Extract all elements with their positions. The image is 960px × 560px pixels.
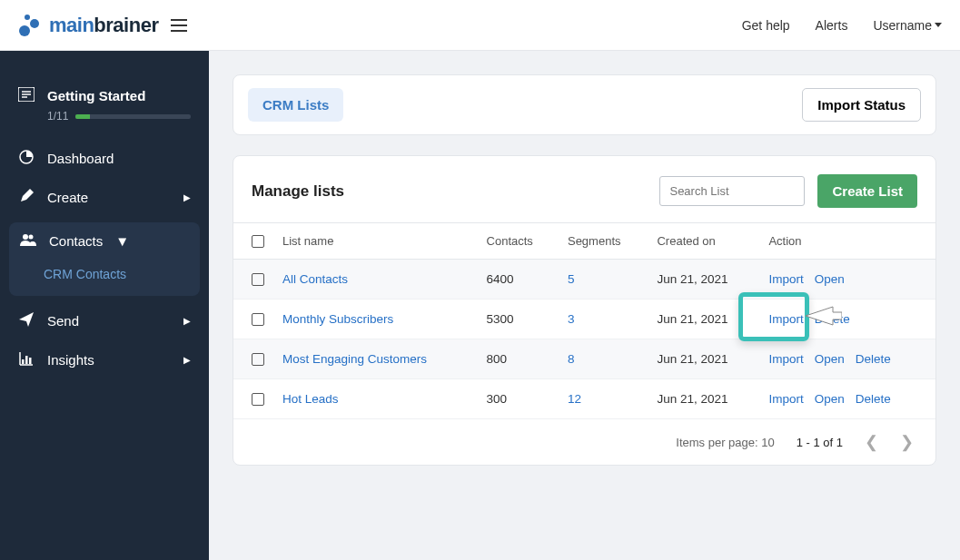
chevron-right-icon: ▶ (183, 316, 191, 326)
contacts-label: Contacts (49, 233, 103, 249)
import-status-button[interactable]: Import Status (802, 88, 921, 122)
svg-rect-13 (25, 356, 28, 364)
contacts-cell: 300 (478, 379, 559, 419)
dashboard-label: Dashboard (47, 151, 114, 166)
list-name-link[interactable]: Monthly Subscribers (282, 312, 393, 326)
send-label: Send (47, 313, 79, 329)
send-icon (18, 312, 35, 329)
next-page-button[interactable]: ❯ (900, 432, 914, 452)
created-cell: Jun 21, 2021 (648, 300, 759, 339)
dashboard-icon (18, 150, 35, 167)
users-icon (20, 233, 36, 249)
list-icon (18, 87, 35, 104)
insights-label: Insights (47, 352, 94, 368)
segments-link[interactable]: 5 (568, 272, 575, 286)
chevron-down-icon: ▼ (115, 233, 129, 249)
topbar-right: Get help Alerts Username (742, 18, 942, 33)
logo[interactable]: mainbrainer (18, 13, 158, 38)
col-created-on: Created on (648, 223, 759, 260)
segments-link[interactable]: 12 (568, 392, 581, 406)
created-cell: Jun 21, 2021 (648, 339, 759, 379)
sidebar-item-create[interactable]: Create ▶ (0, 178, 209, 217)
table-row: Most Engaging Customers8008Jun 21, 2021I… (233, 339, 935, 379)
sidebar-item-send[interactable]: Send ▶ (0, 301, 209, 340)
col-contacts: Contacts (478, 223, 559, 260)
open-action[interactable]: Open (815, 352, 845, 366)
sidebar: Getting Started 1/11 Dashboard Create ▶ (0, 51, 209, 560)
progress-count: 1/11 (47, 110, 68, 123)
import-action[interactable]: Import (768, 352, 803, 366)
contacts-cell: 6400 (478, 260, 559, 300)
row-checkbox[interactable] (252, 313, 264, 326)
svg-point-8 (23, 234, 28, 240)
row-checkbox[interactable] (252, 393, 264, 406)
created-cell: Jun 21, 2021 (648, 379, 759, 419)
chevron-right-icon: ▶ (183, 355, 191, 365)
open-action[interactable]: Open (815, 392, 845, 406)
topbar: mainbrainer Get help Alerts Username (0, 0, 960, 51)
col-list-name: List name (273, 223, 478, 260)
sidebar-contacts-group: Contacts ▼ CRM Contacts (9, 222, 200, 296)
sidebar-item-contacts[interactable]: Contacts ▼ (9, 222, 200, 260)
prev-page-button[interactable]: ❮ (865, 432, 878, 452)
svg-point-0 (19, 25, 30, 36)
open-action[interactable]: Open (815, 272, 845, 286)
svg-rect-12 (22, 359, 25, 364)
getting-started-label: Getting Started (47, 88, 145, 103)
svg-point-2 (25, 15, 30, 20)
delete-action[interactable]: Delete (856, 392, 891, 406)
chart-icon (18, 351, 35, 368)
sidebar-item-dashboard[interactable]: Dashboard (0, 139, 209, 178)
header-card: CRM Lists Import Status (233, 74, 936, 135)
row-checkbox[interactable] (252, 353, 264, 366)
pagination: Items per page: 10 1 - 1 of 1 ❮ ❯ (233, 419, 935, 465)
select-all-checkbox[interactable] (252, 235, 264, 248)
table-row: Monthly Subscribers53003Jun 21, 2021Impo… (233, 300, 935, 339)
row-checkbox[interactable] (252, 273, 264, 286)
svg-point-1 (30, 19, 39, 28)
items-per-page: Items per page: 10 (676, 436, 774, 449)
manage-lists-card: Manage lists Create List List name Conta… (233, 155, 936, 466)
logo-text: mainbrainer (49, 14, 158, 37)
chevron-down-icon (935, 23, 942, 27)
col-action: Action (759, 223, 935, 260)
crm-lists-tab[interactable]: CRM Lists (248, 88, 343, 122)
chevron-right-icon: ▶ (183, 192, 191, 202)
sidebar-item-crm-contacts[interactable]: CRM Contacts (9, 260, 200, 289)
manage-lists-title: Manage lists (252, 182, 344, 201)
created-cell: Jun 21, 2021 (648, 260, 759, 300)
table-row: Hot Leads30012Jun 21, 2021ImportOpenDele… (233, 379, 935, 419)
list-name-link[interactable]: Most Engaging Customers (282, 352, 427, 366)
main-content: CRM Lists Import Status Manage lists Cre… (209, 51, 960, 560)
list-name-link[interactable]: All Contacts (282, 272, 348, 286)
lists-table: List name Contacts Segments Created on A… (233, 222, 935, 419)
import-action[interactable]: Import (768, 312, 803, 326)
hamburger-icon[interactable] (171, 19, 187, 32)
delete-action[interactable]: Delete (815, 312, 850, 326)
import-action[interactable]: Import (768, 392, 803, 406)
page-range: 1 - 1 of 1 (797, 436, 843, 449)
sidebar-getting-started[interactable]: Getting Started 1/11 (0, 74, 209, 139)
delete-action[interactable]: Delete (856, 352, 891, 366)
alerts-link[interactable]: Alerts (816, 18, 848, 33)
table-row: All Contacts64005Jun 21, 2021ImportOpen (233, 260, 935, 300)
col-segments: Segments (559, 223, 648, 260)
segments-link[interactable]: 8 (568, 352, 575, 366)
list-name-link[interactable]: Hot Leads (282, 392, 339, 406)
create-label: Create (47, 190, 88, 205)
pencil-icon (18, 189, 35, 206)
logo-area: mainbrainer (18, 13, 187, 38)
svg-rect-14 (29, 358, 32, 364)
import-action[interactable]: Import (768, 272, 803, 286)
segments-link[interactable]: 3 (568, 312, 575, 326)
sidebar-item-insights[interactable]: Insights ▶ (0, 340, 209, 379)
progress-bar (75, 114, 191, 119)
get-help-link[interactable]: Get help (742, 18, 790, 33)
logo-dots-icon (18, 13, 44, 38)
create-list-button[interactable]: Create List (817, 174, 917, 208)
contacts-cell: 5300 (478, 300, 559, 339)
username-dropdown[interactable]: Username (873, 18, 942, 33)
contacts-cell: 800 (478, 339, 559, 379)
search-input[interactable] (659, 176, 805, 206)
svg-point-9 (29, 235, 34, 240)
